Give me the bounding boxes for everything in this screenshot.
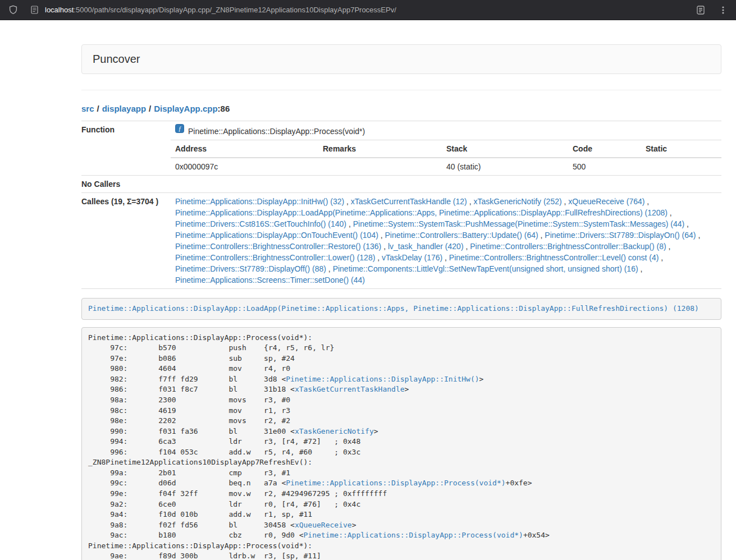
- function-type-icon: f: [175, 124, 184, 136]
- column-header-static: Static: [641, 140, 721, 158]
- breadcrumb-link-src[interactable]: src: [81, 104, 94, 113]
- stack-value: 40 (static): [442, 158, 568, 175]
- table-row: Address Remarks Stack Code Static 0x0000…: [81, 140, 721, 176]
- table-row: Function f Pinetime::Applications::Displ…: [81, 121, 721, 140]
- function-name: Pinetime::Applications::DisplayApp::Proc…: [188, 127, 365, 136]
- shield-icon[interactable]: [7, 4, 19, 16]
- callee-link[interactable]: Pinetime::Controllers::BrightnessControl…: [175, 253, 375, 262]
- callee-link[interactable]: Pinetime::Controllers::BrightnessControl…: [470, 242, 666, 251]
- code-size-value: 500: [568, 158, 641, 175]
- function-name-cell: f Pinetime::Applications::DisplayApp::Pr…: [171, 121, 721, 140]
- callee-link[interactable]: Pinetime::Controllers::Battery::Update()…: [385, 231, 538, 240]
- remarks-value: [318, 158, 442, 175]
- code-symbol-link[interactable]: Pinetime::Applications::DisplayApp::Proc…: [286, 479, 505, 487]
- page-title-box: Puncover: [81, 44, 721, 74]
- column-header-address: Address: [171, 140, 318, 158]
- toolbar-right-icons: [694, 4, 729, 16]
- column-header-remarks: Remarks: [318, 140, 442, 158]
- callee-link[interactable]: Pinetime::Controllers::BrightnessControl…: [449, 253, 659, 262]
- breadcrumb: src/displayapp/DisplayApp.cpp:86: [81, 104, 721, 113]
- url-text: localhost:5000/path/src/displayapp/Displ…: [45, 6, 396, 14]
- callee-link[interactable]: Pinetime::Controllers::BrightnessControl…: [175, 242, 381, 251]
- reader-view-icon[interactable]: [694, 4, 707, 16]
- breadcrumb-separator: /: [149, 104, 151, 113]
- function-details-cell: Address Remarks Stack Code Static 0x0000…: [171, 140, 721, 176]
- callees-label: Callees (19, Σ=3704 ): [81, 193, 171, 289]
- page-title: Puncover: [93, 53, 140, 65]
- function-label: Function: [81, 121, 171, 176]
- callee-link[interactable]: xTaskGenericNotify (252): [473, 197, 561, 206]
- url-path: :5000/path/src/displayapp/DisplayApp.cpp…: [74, 6, 396, 14]
- callees-list: Pinetime::Applications::DisplayApp::Init…: [171, 193, 721, 289]
- code-symbol-link[interactable]: Pinetime::Applications::DisplayApp::Init…: [286, 375, 479, 383]
- callee-link[interactable]: xTaskGetCurrentTaskHandle (12): [351, 197, 467, 206]
- breadcrumb-link-file[interactable]: DisplayApp.cpp: [154, 104, 217, 113]
- function-summary-table: Function f Pinetime::Applications::Displ…: [81, 121, 721, 289]
- callee-link[interactable]: Pinetime::Applications::Screens::Timer::…: [175, 276, 365, 284]
- callee-link[interactable]: vTaskDelay (176): [382, 253, 442, 262]
- page-container: Puncover src/displayapp/DisplayApp.cpp:8…: [81, 44, 721, 560]
- address-value: 0x0000097c: [171, 158, 318, 175]
- code-symbol-link[interactable]: xQueueReceive: [295, 521, 352, 529]
- page-icon: [28, 4, 40, 16]
- url-host: localhost: [45, 6, 74, 14]
- function-details-table: Address Remarks Stack Code Static 0x0000…: [171, 140, 721, 175]
- breadcrumb-separator: /: [97, 104, 99, 113]
- divider: [81, 90, 721, 90]
- callee-link[interactable]: Pinetime::Drivers::St7789::DisplayOff() …: [175, 264, 326, 273]
- callee-link[interactable]: Pinetime::Applications::DisplayApp::OnTo…: [175, 231, 378, 240]
- highlighted-symbol-box: Pinetime::Applications::DisplayApp::Load…: [81, 298, 721, 320]
- code-symbol-link[interactable]: Pinetime::Applications::DisplayApp::Proc…: [304, 531, 523, 539]
- callee-link[interactable]: Pinetime::Applications::DisplayApp::Load…: [175, 208, 668, 217]
- callee-link[interactable]: Pinetime::Drivers::Cst816S::GetTouchInfo…: [175, 219, 346, 228]
- table-row: 0x0000097c 40 (static) 500: [171, 158, 721, 175]
- table-row: No Callers: [81, 176, 721, 193]
- disassembly: Pinetime::Applications::DisplayApp::Proc…: [81, 327, 721, 560]
- browser-toolbar: localhost:5000/path/src/displayapp/Displ…: [0, 0, 736, 20]
- table-header-row: Address Remarks Stack Code Static: [171, 140, 721, 158]
- url-bar[interactable]: localhost:5000/path/src/displayapp/Displ…: [28, 4, 396, 16]
- highlighted-function-link[interactable]: Pinetime::Applications::DisplayApp::Load…: [88, 304, 699, 313]
- callee-link[interactable]: Pinetime::Drivers::St7789::DisplayOn() (…: [545, 231, 696, 240]
- breadcrumb-link-displayapp[interactable]: displayapp: [102, 104, 146, 113]
- kebab-menu-icon[interactable]: [717, 4, 729, 16]
- callee-link[interactable]: lv_task_handler (420): [388, 242, 464, 251]
- callers-cell: [171, 176, 721, 193]
- callee-link[interactable]: Pinetime::Components::LittleVgl::SetNewT…: [333, 264, 638, 273]
- column-header-stack: Stack: [442, 140, 568, 158]
- breadcrumb-line-number: :86: [218, 104, 230, 113]
- table-row: Callees (19, Σ=3704 ) Pinetime::Applicat…: [81, 193, 721, 289]
- code-symbol-link[interactable]: xTaskGetCurrentTaskHandle: [295, 385, 405, 393]
- callee-link[interactable]: Pinetime::Applications::DisplayApp::Init…: [175, 197, 344, 206]
- static-value: [641, 158, 721, 175]
- column-header-code: Code: [568, 140, 641, 158]
- callee-link[interactable]: Pinetime::System::SystemTask::PushMessag…: [353, 219, 685, 228]
- code-symbol-link[interactable]: xTaskGenericNotify: [295, 427, 374, 435]
- callee-link[interactable]: xQueueReceive (764): [568, 197, 644, 206]
- no-callers-label: No Callers: [81, 176, 171, 193]
